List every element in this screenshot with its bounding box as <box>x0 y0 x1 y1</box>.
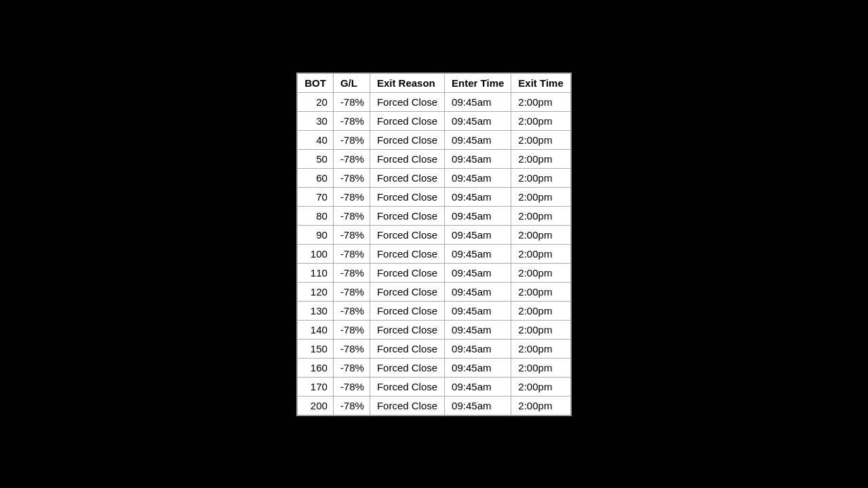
cell-exit-reason: Forced Close <box>370 168 444 187</box>
cell-bot: 60 <box>298 168 334 187</box>
cell-enter-time: 09:45am <box>445 377 511 396</box>
cell-exit-time: 2:00pm <box>511 320 570 339</box>
cell-gl: -78% <box>333 187 370 206</box>
cell-gl: -78% <box>333 149 370 168</box>
cell-bot: 120 <box>298 282 334 301</box>
cell-bot: 20 <box>298 92 334 111</box>
cell-enter-time: 09:45am <box>445 301 511 320</box>
table-row: 110-78%Forced Close09:45am2:00pm <box>298 263 571 282</box>
cell-enter-time: 09:45am <box>445 168 511 187</box>
cell-bot: 140 <box>298 320 334 339</box>
cell-enter-time: 09:45am <box>445 92 511 111</box>
cell-exit-time: 2:00pm <box>511 377 570 396</box>
cell-exit-reason: Forced Close <box>370 320 444 339</box>
cell-enter-time: 09:45am <box>445 282 511 301</box>
cell-exit-time: 2:00pm <box>511 168 570 187</box>
cell-enter-time: 09:45am <box>445 263 511 282</box>
cell-gl: -78% <box>333 92 370 111</box>
cell-exit-reason: Forced Close <box>370 130 444 149</box>
table-row: 150-78%Forced Close09:45am2:00pm <box>298 339 571 358</box>
cell-gl: -78% <box>333 377 370 396</box>
cell-gl: -78% <box>333 111 370 130</box>
cell-exit-time: 2:00pm <box>511 263 570 282</box>
cell-exit-time: 2:00pm <box>511 244 570 263</box>
cell-exit-reason: Forced Close <box>370 377 444 396</box>
cell-exit-reason: Forced Close <box>370 225 444 244</box>
cell-exit-time: 2:00pm <box>511 187 570 206</box>
cell-enter-time: 09:45am <box>445 320 511 339</box>
cell-exit-reason: Forced Close <box>370 358 444 377</box>
table-row: 60-78%Forced Close09:45am2:00pm <box>298 168 571 187</box>
table-row: 70-78%Forced Close09:45am2:00pm <box>298 187 571 206</box>
cell-gl: -78% <box>333 301 370 320</box>
col-header-exit-time: Exit Time <box>511 73 570 92</box>
cell-enter-time: 09:45am <box>445 339 511 358</box>
cell-gl: -78% <box>333 396 370 415</box>
cell-exit-time: 2:00pm <box>511 339 570 358</box>
cell-exit-time: 2:00pm <box>511 358 570 377</box>
cell-enter-time: 09:45am <box>445 396 511 415</box>
cell-bot: 200 <box>298 396 334 415</box>
cell-gl: -78% <box>333 168 370 187</box>
table-row: 90-78%Forced Close09:45am2:00pm <box>298 225 571 244</box>
col-header-enter-time: Enter Time <box>445 73 511 92</box>
cell-exit-reason: Forced Close <box>370 206 444 225</box>
col-header-gl: G/L <box>333 73 370 92</box>
cell-gl: -78% <box>333 358 370 377</box>
cell-gl: -78% <box>333 206 370 225</box>
cell-exit-reason: Forced Close <box>370 396 444 415</box>
cell-gl: -78% <box>333 244 370 263</box>
table-row: 200-78%Forced Close09:45am2:00pm <box>298 396 571 415</box>
cell-exit-time: 2:00pm <box>511 396 570 415</box>
cell-enter-time: 09:45am <box>445 206 511 225</box>
cell-gl: -78% <box>333 282 370 301</box>
cell-exit-time: 2:00pm <box>511 111 570 130</box>
cell-exit-reason: Forced Close <box>370 149 444 168</box>
table-row: 30-78%Forced Close09:45am2:00pm <box>298 111 571 130</box>
cell-bot: 100 <box>298 244 334 263</box>
cell-bot: 80 <box>298 206 334 225</box>
col-header-exit-reason: Exit Reason <box>370 73 444 92</box>
cell-exit-reason: Forced Close <box>370 92 444 111</box>
cell-bot: 30 <box>298 111 334 130</box>
cell-gl: -78% <box>333 339 370 358</box>
cell-exit-time: 2:00pm <box>511 282 570 301</box>
cell-enter-time: 09:45am <box>445 149 511 168</box>
cell-exit-reason: Forced Close <box>370 282 444 301</box>
cell-exit-reason: Forced Close <box>370 301 444 320</box>
cell-enter-time: 09:45am <box>445 225 511 244</box>
cell-bot: 40 <box>298 130 334 149</box>
cell-enter-time: 09:45am <box>445 111 511 130</box>
cell-bot: 170 <box>298 377 334 396</box>
cell-exit-time: 2:00pm <box>511 149 570 168</box>
table-row: 140-78%Forced Close09:45am2:00pm <box>298 320 571 339</box>
cell-bot: 50 <box>298 149 334 168</box>
cell-enter-time: 09:45am <box>445 244 511 263</box>
data-table: BOT G/L Exit Reason Enter Time Exit Time… <box>296 73 572 416</box>
cell-enter-time: 09:45am <box>445 187 511 206</box>
cell-exit-time: 2:00pm <box>511 206 570 225</box>
cell-bot: 110 <box>298 263 334 282</box>
cell-exit-time: 2:00pm <box>511 92 570 111</box>
table-row: 100-78%Forced Close09:45am2:00pm <box>298 244 571 263</box>
cell-bot: 70 <box>298 187 334 206</box>
cell-bot: 150 <box>298 339 334 358</box>
table-row: 130-78%Forced Close09:45am2:00pm <box>298 301 571 320</box>
cell-gl: -78% <box>333 130 370 149</box>
table-row: 80-78%Forced Close09:45am2:00pm <box>298 206 571 225</box>
cell-gl: -78% <box>333 263 370 282</box>
cell-exit-reason: Forced Close <box>370 111 444 130</box>
cell-bot: 90 <box>298 225 334 244</box>
table-row: 50-78%Forced Close09:45am2:00pm <box>298 149 571 168</box>
cell-exit-reason: Forced Close <box>370 339 444 358</box>
table-row: 170-78%Forced Close09:45am2:00pm <box>298 377 571 396</box>
cell-enter-time: 09:45am <box>445 358 511 377</box>
table-row: 160-78%Forced Close09:45am2:00pm <box>298 358 571 377</box>
cell-exit-reason: Forced Close <box>370 244 444 263</box>
cell-gl: -78% <box>333 320 370 339</box>
cell-exit-reason: Forced Close <box>370 263 444 282</box>
cell-exit-reason: Forced Close <box>370 187 444 206</box>
table-row: 40-78%Forced Close09:45am2:00pm <box>298 130 571 149</box>
cell-exit-time: 2:00pm <box>511 225 570 244</box>
cell-enter-time: 09:45am <box>445 130 511 149</box>
